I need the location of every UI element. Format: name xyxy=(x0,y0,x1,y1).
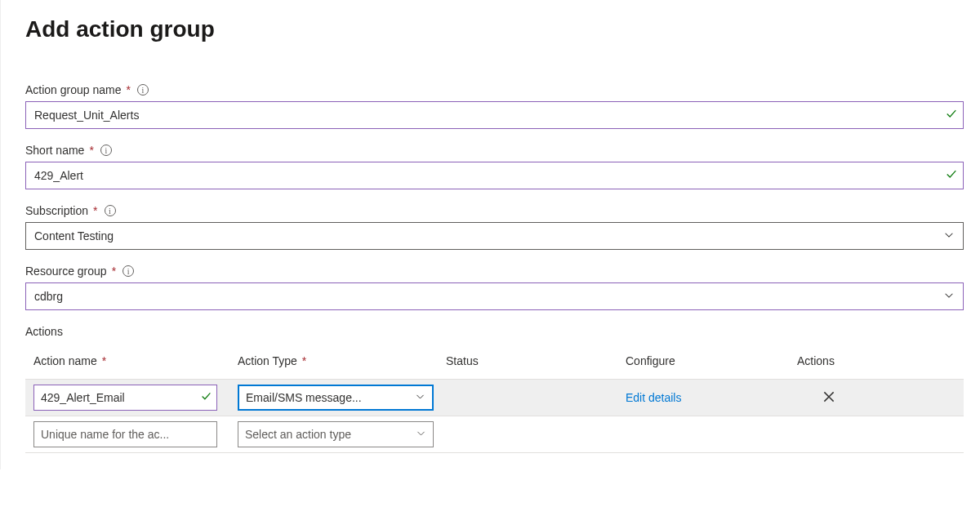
chevron-down-icon xyxy=(416,428,426,441)
label-subscription: Subscription * i xyxy=(25,204,964,217)
header-text: Action Type xyxy=(238,354,297,367)
select-value: Email/SMS message... xyxy=(246,391,362,404)
label-resource-group: Resource group * i xyxy=(25,265,964,278)
actions-table: Action name * Action Type * Status Confi… xyxy=(25,354,964,453)
col-header-type: Action Type * xyxy=(238,354,446,367)
chevron-down-icon xyxy=(943,290,955,304)
select-placeholder: Select an action type xyxy=(245,428,351,441)
required-star: * xyxy=(93,204,97,217)
select-value: Content Testing xyxy=(34,229,114,242)
chevron-down-icon xyxy=(415,391,425,404)
header-text: Action name xyxy=(33,354,97,367)
col-header-status: Status xyxy=(446,354,626,367)
actions-section-header: Actions xyxy=(25,325,964,338)
label-text: Resource group xyxy=(25,265,107,278)
edit-details-link[interactable]: Edit details xyxy=(626,391,681,404)
col-header-configure: Configure xyxy=(626,354,797,367)
check-icon xyxy=(201,391,212,404)
label-text: Short name xyxy=(25,144,84,157)
col-header-name: Action name * xyxy=(33,354,238,367)
action-name-input[interactable] xyxy=(41,391,194,404)
field-short-name: Short name * i xyxy=(25,144,964,189)
table-row: Select an action type xyxy=(25,416,964,453)
page-title: Add action group xyxy=(25,16,964,42)
select-value: cdbrg xyxy=(34,290,63,303)
table-header: Action name * Action Type * Status Confi… xyxy=(25,354,964,379)
label-short-name: Short name * i xyxy=(25,144,964,157)
label-action-group-name: Action group name * i xyxy=(25,83,964,96)
required-star: * xyxy=(302,354,306,367)
short-name-input[interactable] xyxy=(25,162,964,189)
required-star: * xyxy=(127,83,131,96)
required-star: * xyxy=(102,354,106,367)
col-header-actions: Actions xyxy=(797,354,911,367)
resource-group-select[interactable]: cdbrg xyxy=(25,282,964,310)
info-icon[interactable]: i xyxy=(105,205,116,216)
required-star: * xyxy=(112,265,116,278)
table-row: Email/SMS message... Edit details xyxy=(25,379,964,416)
info-icon[interactable]: i xyxy=(137,84,149,96)
chevron-down-icon xyxy=(943,229,955,243)
delete-button[interactable] xyxy=(797,389,836,404)
required-star: * xyxy=(89,144,93,157)
field-action-group-name: Action group name * i xyxy=(25,83,964,129)
action-name-input[interactable] xyxy=(41,428,194,441)
label-text: Subscription xyxy=(25,204,88,217)
action-group-name-input[interactable] xyxy=(25,101,964,129)
info-icon[interactable]: i xyxy=(122,265,134,277)
field-subscription: Subscription * i Content Testing xyxy=(25,204,964,250)
close-icon xyxy=(822,389,836,404)
action-name-input-wrap xyxy=(33,421,217,447)
action-type-select[interactable]: Select an action type xyxy=(238,421,434,447)
info-icon[interactable]: i xyxy=(100,145,112,156)
subscription-select[interactable]: Content Testing xyxy=(25,222,964,250)
action-type-select[interactable]: Email/SMS message... xyxy=(238,385,434,411)
label-text: Action group name xyxy=(25,83,122,96)
field-resource-group: Resource group * i cdbrg xyxy=(25,265,964,310)
action-name-input-wrap xyxy=(33,385,217,411)
